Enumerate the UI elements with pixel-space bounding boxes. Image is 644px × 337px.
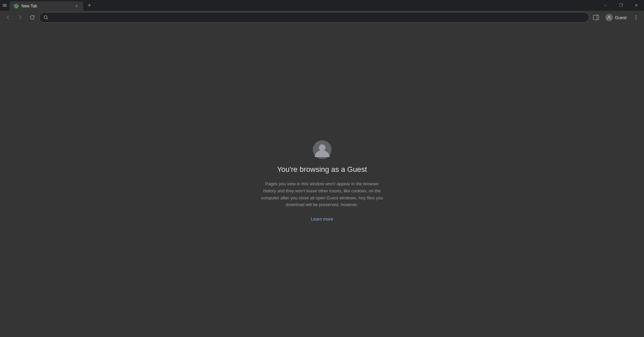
active-tab[interactable]: New Tab ✕ [9,1,83,11]
profile-button[interactable]: Guest [603,12,629,22]
guest-title: You're browsing as a Guest [277,165,367,174]
reload-button[interactable] [27,12,38,23]
main-content: You're browsing as a Guest Pages you vie… [0,24,644,337]
restore-button[interactable]: ❐ [613,0,629,11]
svg-point-5 [608,16,610,18]
svg-point-8 [636,19,637,20]
guest-container: You're browsing as a Guest Pages you vie… [258,140,386,222]
search-icon [43,15,49,20]
tab-strip: New Tab ✕ + [0,0,598,11]
svg-point-10 [319,144,326,151]
title-bar: New Tab ✕ + − ❐ ✕ [0,0,644,11]
learn-more-link[interactable]: Learn more [311,216,333,222]
profile-name: Guest [615,15,627,20]
tab-close-button[interactable]: ✕ [74,3,79,9]
tab-title: New Tab [21,4,71,8]
forward-button[interactable] [15,12,26,23]
tab-list-button[interactable] [0,1,9,10]
window-controls: − ❐ ✕ [598,0,644,11]
more-options-button[interactable] [631,12,641,23]
tab-favicon [13,3,19,9]
new-tab-button[interactable]: + [85,1,94,10]
svg-point-6 [636,15,637,16]
back-button[interactable] [3,12,13,23]
toolbar: Guest [0,11,644,24]
guest-description: Pages you view in this window won't appe… [258,181,386,208]
minimize-button[interactable]: − [598,0,613,11]
address-input[interactable] [51,15,585,20]
svg-point-7 [636,17,637,18]
svg-rect-3 [593,15,599,20]
avatar [605,14,613,21]
guest-icon [312,140,332,160]
address-bar[interactable] [39,12,589,23]
close-button[interactable]: ✕ [629,0,644,11]
sidebar-toggle-button[interactable] [591,12,601,23]
